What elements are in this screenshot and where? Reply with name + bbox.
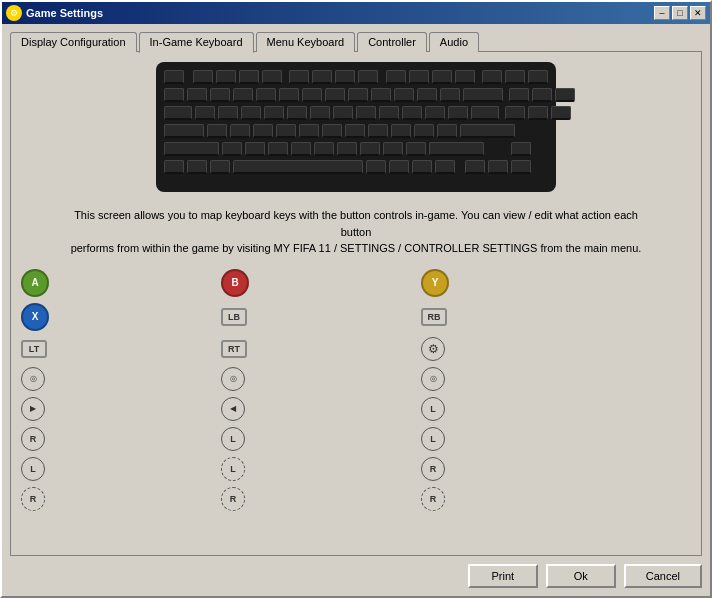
button-lt: LT (21, 340, 47, 358)
title-buttons: – □ ✕ (654, 6, 706, 20)
maximize-button[interactable]: □ (672, 6, 688, 20)
col2-row3: RT (221, 340, 421, 358)
tab-controller[interactable]: Controller (357, 32, 427, 52)
button-r1: R (21, 427, 45, 451)
col2-row1: B (221, 269, 421, 297)
col2-row8: R (221, 487, 421, 511)
button-row-2: X LB RB (21, 303, 691, 331)
col2-row4: ◎ (221, 367, 421, 391)
button-l3: L (421, 427, 445, 451)
footer: Print Ok Cancel (10, 556, 702, 588)
col3-row6: L (421, 427, 621, 451)
window-title: Game Settings (26, 7, 103, 19)
buttons-grid: A B Y X LB (21, 269, 691, 546)
col3-row4: ◎ (421, 367, 621, 391)
col1-row5: ▶ (21, 397, 221, 421)
button-r5: R (21, 487, 45, 511)
button-y: Y (421, 269, 449, 297)
col3-row2: RB (421, 308, 621, 326)
tabs-bar: Display Configuration In-Game Keyboard M… (10, 32, 702, 52)
button-a: A (21, 269, 49, 297)
button-rb: RB (421, 308, 447, 326)
button-r6: R (221, 487, 245, 511)
button-r7: R (421, 487, 445, 511)
minimize-button[interactable]: – (654, 6, 670, 20)
tab-display-configuration[interactable]: Display Configuration (10, 32, 137, 52)
title-bar: ⚙ Game Settings – □ ✕ (2, 2, 710, 24)
tab-menu-keyboard[interactable]: Menu Keyboard (256, 32, 356, 52)
keyboard-image (156, 62, 556, 192)
col1-row6: R (21, 427, 221, 451)
col3-row8: R (421, 487, 621, 511)
col2-row2: LB (221, 308, 421, 326)
button-l5: L (221, 457, 245, 481)
button-l: L (421, 397, 445, 421)
button-r4: R (421, 457, 445, 481)
button-gear: ⚙ (421, 337, 445, 361)
close-button[interactable]: ✕ (690, 6, 706, 20)
description-text: This screen allows you to map keyboard k… (21, 207, 691, 257)
col1-row7: L (21, 457, 221, 481)
button-x: X (21, 303, 49, 331)
button-row-3: LT RT ⚙ (21, 337, 691, 361)
col2-row6: L (221, 427, 421, 451)
col1-row4: ◎ (21, 367, 221, 391)
col3-row3: ⚙ (421, 337, 621, 361)
button-l2: L (221, 427, 245, 451)
game-settings-window: ⚙ Game Settings – □ ✕ Display Configurat… (0, 0, 712, 598)
tab-panel: This screen allows you to map keyboard k… (10, 51, 702, 556)
window-content: Display Configuration In-Game Keyboard M… (2, 24, 710, 596)
col1-row2: X (21, 303, 221, 331)
col3-row7: R (421, 457, 621, 481)
col3-row5: L (421, 397, 621, 421)
col2-row5: ◀ (221, 397, 421, 421)
col1-row8: R (21, 487, 221, 511)
button-dpad3: ◎ (421, 367, 445, 391)
cancel-button[interactable]: Cancel (624, 564, 702, 588)
print-button[interactable]: Print (468, 564, 538, 588)
col1-row1: A (21, 269, 221, 297)
button-row-5: ▶ ◀ L (21, 397, 691, 421)
title-bar-left: ⚙ Game Settings (6, 5, 103, 21)
button-back: ◀ (221, 397, 245, 421)
button-l4: L (21, 457, 45, 481)
button-play: ▶ (21, 397, 45, 421)
button-row-6: R L L (21, 427, 691, 451)
window-icon: ⚙ (6, 5, 22, 21)
col3-row1: Y (421, 269, 621, 297)
ok-button[interactable]: Ok (546, 564, 616, 588)
button-row-8: R R R (21, 487, 691, 511)
button-b: B (221, 269, 249, 297)
button-rt: RT (221, 340, 247, 358)
button-dpad2: ◎ (221, 367, 245, 391)
tab-audio[interactable]: Audio (429, 32, 479, 52)
button-row-4: ◎ ◎ ◎ (21, 367, 691, 391)
button-row-7: L L R (21, 457, 691, 481)
button-row-1: A B Y (21, 269, 691, 297)
button-dpad1: ◎ (21, 367, 45, 391)
button-lb: LB (221, 308, 247, 326)
col2-row7: L (221, 457, 421, 481)
tab-ingame-keyboard[interactable]: In-Game Keyboard (139, 32, 254, 53)
col1-row3: LT (21, 340, 221, 358)
